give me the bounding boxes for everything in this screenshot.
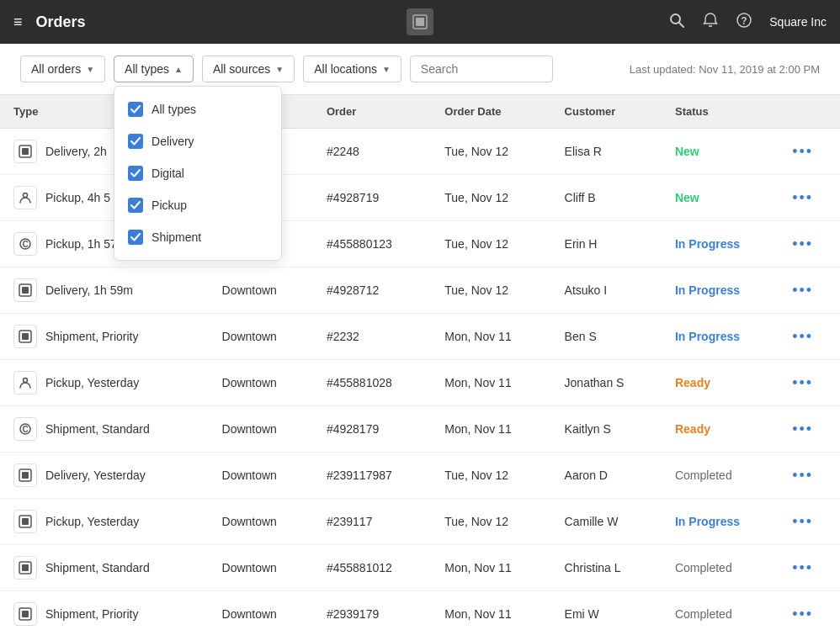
checkbox-checked-icon [128, 166, 143, 181]
more-options-button[interactable]: ••• [792, 328, 813, 345]
actions-cell[interactable]: ••• [779, 314, 840, 360]
checkbox-checked-icon [128, 198, 143, 213]
table-row: Delivery, 1h 59m Downtown #4928712 Tue, … [0, 267, 840, 314]
location-cell: Downtown [209, 314, 313, 360]
more-options-button[interactable]: ••• [792, 421, 813, 437]
customer-cell: Jonathan S [551, 360, 662, 406]
type-icon [13, 186, 37, 209]
order-cell: #2248 [313, 129, 431, 175]
type-label: Pickup, Yesterday [45, 515, 139, 528]
page-title: Orders [36, 13, 86, 31]
location-cell: Downtown [209, 545, 313, 591]
more-options-button[interactable]: ••• [792, 559, 813, 576]
more-options-button[interactable]: ••• [792, 143, 813, 160]
table-row: C Shipment, Standard Downtown #4928179 M… [0, 406, 840, 453]
notifications-icon[interactable] [702, 12, 719, 33]
actions-cell[interactable]: ••• [779, 129, 840, 175]
order-cell: #4928719 [313, 175, 431, 221]
status-badge: In Progress [675, 515, 740, 528]
table-row: Delivery, Yesterday Downtown #239117987 … [0, 453, 840, 499]
status-badge: Completed [675, 469, 732, 482]
more-options-button[interactable]: ••• [792, 189, 813, 206]
customer-cell: Atsuko I [551, 267, 662, 314]
order-date-cell: Mon, Nov 11 [431, 406, 550, 453]
nav-actions: ? Square Inc [668, 12, 827, 33]
more-options-button[interactable]: ••• [792, 282, 813, 299]
all-locations-filter[interactable]: All locations ▼ [303, 56, 401, 82]
type-cell: Pickup, Yesterday [0, 499, 209, 545]
all-types-filter[interactable]: All types ▲ [114, 56, 194, 82]
status-badge: In Progress [675, 237, 740, 251]
order-date-cell: Tue, Nov 12 [431, 267, 550, 314]
more-options-button[interactable]: ••• [792, 606, 813, 622]
svg-text:C: C [22, 425, 28, 434]
col-status: Status [662, 95, 779, 129]
chevron-down-icon: ▼ [86, 65, 94, 74]
more-options-button[interactable]: ••• [792, 236, 813, 252]
col-order: Order [313, 95, 431, 129]
status-cell: Completed [662, 591, 779, 631]
type-label: Shipment, Standard [45, 422, 150, 436]
actions-cell[interactable]: ••• [779, 221, 840, 267]
actions-cell[interactable]: ••• [779, 267, 840, 314]
svg-rect-1 [416, 18, 424, 26]
more-options-button[interactable]: ••• [792, 513, 813, 530]
type-label: Delivery, 1h 59m [45, 283, 133, 297]
dropdown-item[interactable]: Pickup [114, 189, 281, 221]
status-cell: In Progress [662, 267, 779, 314]
brand-name: Square Inc [769, 15, 827, 29]
dropdown-item[interactable]: Shipment [114, 221, 281, 253]
search-input[interactable] [410, 56, 553, 82]
chevron-up-icon: ▲ [174, 65, 183, 74]
type-cell: Shipment, Priority [0, 314, 209, 360]
svg-rect-7 [22, 148, 29, 155]
more-options-button[interactable]: ••• [792, 374, 813, 391]
order-date-cell: Mon, Nov 11 [431, 591, 550, 631]
status-badge: Completed [675, 561, 732, 574]
order-cell: #4928179 [313, 406, 431, 453]
search-icon[interactable] [668, 12, 685, 33]
hamburger-menu[interactable]: ≡ [13, 13, 23, 31]
type-label: Delivery, Yesterday [45, 469, 146, 482]
actions-cell[interactable]: ••• [779, 453, 840, 499]
all-types-dropdown-container: All types ▲ All types Delivery Digital P… [114, 56, 194, 82]
types-dropdown-menu: All types Delivery Digital Pickup Shipme… [114, 86, 282, 261]
svg-rect-23 [22, 564, 29, 571]
order-date-cell: Mon, Nov 11 [431, 545, 550, 591]
table-row: Shipment, Standard Downtown #455881012 M… [0, 545, 840, 591]
svg-rect-12 [22, 287, 29, 294]
type-label: Pickup, 4h 5 [45, 191, 110, 204]
actions-cell[interactable]: ••• [779, 545, 840, 591]
status-cell: Completed [662, 545, 779, 591]
checkbox-checked-icon [128, 134, 143, 149]
type-label: Shipment, Priority [45, 607, 138, 621]
order-date-cell: Tue, Nov 12 [431, 453, 550, 499]
all-orders-filter[interactable]: All orders ▼ [20, 56, 105, 82]
customer-cell: Emi W [551, 591, 662, 631]
actions-cell[interactable]: ••• [779, 406, 840, 453]
dropdown-item[interactable]: Digital [114, 157, 281, 189]
dropdown-item[interactable]: All types [114, 93, 281, 125]
actions-cell[interactable]: ••• [779, 591, 840, 631]
table-row: Pickup, Yesterday Downtown #455881028 Mo… [0, 360, 840, 406]
help-icon[interactable]: ? [736, 12, 752, 33]
more-options-button[interactable]: ••• [792, 467, 813, 484]
table-row: Shipment, Priority Downtown #2939179 Mon… [0, 591, 840, 631]
location-cell: Downtown [209, 360, 313, 406]
order-date-cell: Mon, Nov 11 [431, 314, 550, 360]
location-cell: Downtown [209, 591, 313, 631]
status-badge: New [675, 191, 699, 204]
actions-cell[interactable]: ••• [779, 360, 840, 406]
dropdown-item-label: Pickup [152, 199, 187, 212]
location-cell: Downtown [209, 499, 313, 545]
all-sources-filter[interactable]: All sources ▼ [202, 56, 295, 82]
svg-rect-19 [22, 472, 29, 479]
actions-cell[interactable]: ••• [779, 499, 840, 545]
order-cell: #239117987 [313, 453, 431, 499]
actions-cell[interactable]: ••• [779, 175, 840, 221]
customer-cell: Erin H [551, 221, 662, 267]
dropdown-item[interactable]: Delivery [114, 125, 281, 157]
location-cell: Downtown [209, 267, 313, 314]
app-logo [407, 8, 433, 35]
type-icon [13, 463, 37, 487]
